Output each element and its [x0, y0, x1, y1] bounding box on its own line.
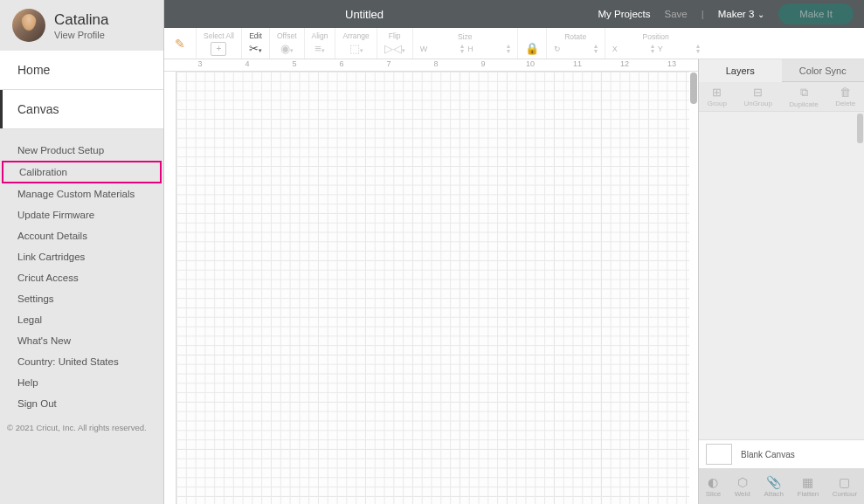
nav-link-cartridges[interactable]: Link Cartridges [0, 246, 163, 267]
vertical-scrollbar[interactable] [689, 72, 698, 504]
tool-label [530, 31, 532, 40]
action-slice[interactable]: ◐Slice [706, 475, 721, 498]
copyright: © 2021 Cricut, Inc. All rights reserved. [0, 418, 163, 438]
lock-icon: 🔒 [525, 42, 539, 55]
ruler-tick: 4 [224, 59, 271, 71]
action-flatten[interactable]: ▦Flatten [798, 475, 819, 498]
scrollbar-thumb[interactable] [690, 72, 697, 104]
trash-icon: 🗑 [840, 86, 851, 99]
action-ungroup[interactable]: ⊟UnGroup [743, 86, 771, 107]
tab-color-sync[interactable]: Color Sync [782, 59, 865, 82]
workspace: 3 4 5 6 7 8 9 10 11 12 13 [164, 59, 864, 504]
nav-home[interactable]: Home [0, 51, 163, 89]
tool-select-all[interactable]: Select All + [196, 28, 241, 59]
pos-y-input[interactable]: Y▴▾ [658, 43, 700, 55]
nav-whats-new[interactable]: What's New [0, 330, 163, 351]
nav-cricut-access[interactable]: Cricut Access [0, 267, 163, 288]
ruler-tick: 13 [648, 59, 695, 71]
tool-label: Rotate [564, 32, 586, 41]
action-weld[interactable]: ⬡Weld [735, 475, 750, 498]
nav-help[interactable]: Help [0, 372, 163, 393]
ruler-tick: 10 [507, 59, 554, 71]
nav-canvas[interactable]: Canvas [0, 90, 163, 128]
sidebar: Catalina View Profile Home Canvas New Pr… [0, 0, 164, 504]
action-delete[interactable]: 🗑Delete [835, 86, 855, 107]
chevron-down-icon: ⌄ [757, 10, 764, 19]
contour-icon: ▢ [839, 475, 850, 489]
attach-icon: 📎 [766, 475, 781, 489]
tool-label: Select All [204, 31, 234, 40]
nav-manage-materials[interactable]: Manage Custom Materials [0, 183, 163, 204]
plus-icon: + [211, 42, 226, 56]
main: Untitled My Projects Save | Maker 3 ⌄ Ma… [164, 0, 864, 504]
nav-country[interactable]: Country: United States [0, 351, 163, 372]
tool-arrange[interactable]: Arrange ⬚▾ [335, 28, 376, 59]
rotate-input[interactable]: ↻▴▾ [554, 43, 598, 55]
nav-account-details[interactable]: Account Details [0, 225, 163, 246]
make-it-button[interactable]: Make It [778, 3, 854, 24]
tool-label: Size [458, 32, 473, 41]
scissors-icon: ✂▾ [249, 42, 262, 55]
layers-list[interactable] [699, 112, 864, 439]
nav-settings[interactable]: Settings [0, 288, 163, 309]
tool-edit[interactable]: Edit ✂▾ [241, 28, 269, 59]
view-profile-link[interactable]: View Profile [54, 30, 108, 40]
tool-offset[interactable]: Offset ◉▾ [269, 28, 304, 59]
ruler-tick: 5 [271, 59, 318, 71]
tool-lock[interactable]: 🔒 [517, 28, 546, 59]
group-icon: ⊞ [712, 86, 722, 99]
ruler-tick: 9 [460, 59, 507, 71]
profile-section[interactable]: Catalina View Profile [0, 0, 163, 51]
pen-tool-icon[interactable]: ✎ [175, 37, 190, 51]
nav-new-product-setup[interactable]: New Product Setup [0, 140, 163, 161]
profile-name: Catalina [54, 11, 108, 29]
canvas-column: 3 4 5 6 7 8 9 10 11 12 13 [164, 59, 698, 504]
divider: | [702, 9, 704, 19]
offset-icon: ◉▾ [280, 42, 294, 55]
tool-label: Position [643, 32, 669, 41]
ungroup-icon: ⊟ [753, 86, 763, 99]
nav-update-firmware[interactable]: Update Firmware [0, 204, 163, 225]
align-icon: ≡▾ [314, 42, 325, 55]
ruler-tick: 11 [554, 59, 601, 71]
avatar[interactable] [12, 9, 45, 42]
tool-align[interactable]: Align ≡▾ [304, 28, 335, 59]
size-w-input[interactable]: W▴▾ [420, 43, 465, 55]
nav-sign-out[interactable]: Sign Out [0, 393, 163, 414]
action-contour[interactable]: ▢Contour [833, 475, 857, 498]
layer-actions: ⊞Group ⊟UnGroup ⧉Duplicate 🗑Delete [699, 82, 864, 112]
nav-legal[interactable]: Legal [0, 309, 163, 330]
nav-calibration[interactable]: Calibration [2, 161, 162, 183]
design-canvas[interactable] [176, 72, 689, 504]
rotate-icon: ↻ [554, 45, 561, 53]
right-panel: Layers Color Sync ⊞Group ⊟UnGroup ⧉Dupli… [698, 59, 864, 504]
tab-layers[interactable]: Layers [699, 59, 782, 82]
action-duplicate[interactable]: ⧉Duplicate [789, 86, 818, 108]
blank-canvas-row[interactable]: Blank Canvas [699, 439, 864, 469]
pos-x-input[interactable]: X▴▾ [612, 43, 654, 55]
tool-flip[interactable]: Flip ▷◁▾ [377, 28, 412, 59]
action-group[interactable]: ⊞Group [708, 86, 727, 107]
scrollbar-thumb[interactable] [857, 114, 863, 143]
machine-selector[interactable]: Maker 3 ⌄ [718, 9, 765, 19]
tool-size: Size W▴▾ H▴▾ [412, 28, 517, 59]
app-root: Catalina View Profile Home Canvas New Pr… [0, 0, 864, 504]
weld-icon: ⬡ [737, 475, 748, 489]
flatten-icon: ▦ [802, 475, 813, 489]
ruler-tick: 3 [176, 59, 224, 71]
project-title[interactable]: Untitled [345, 8, 384, 21]
arrange-icon: ⬚▾ [349, 42, 363, 55]
flip-icon: ▷◁▾ [384, 42, 405, 55]
ruler-tick: 7 [365, 59, 412, 71]
size-h-input[interactable]: H▴▾ [467, 43, 510, 55]
tool-position: Position X▴▾ Y▴▾ [605, 28, 707, 59]
my-projects-link[interactable]: My Projects [598, 9, 650, 19]
ruler-vertical [164, 72, 176, 504]
blank-canvas-label: Blank Canvas [741, 450, 795, 459]
canvas-swatch[interactable] [706, 444, 732, 465]
save-button[interactable]: Save [665, 9, 688, 19]
tool-label: Offset [277, 31, 297, 40]
action-attach[interactable]: 📎Attach [764, 475, 784, 498]
topbar: Untitled My Projects Save | Maker 3 ⌄ Ma… [164, 0, 864, 28]
canvas-body [164, 72, 698, 504]
